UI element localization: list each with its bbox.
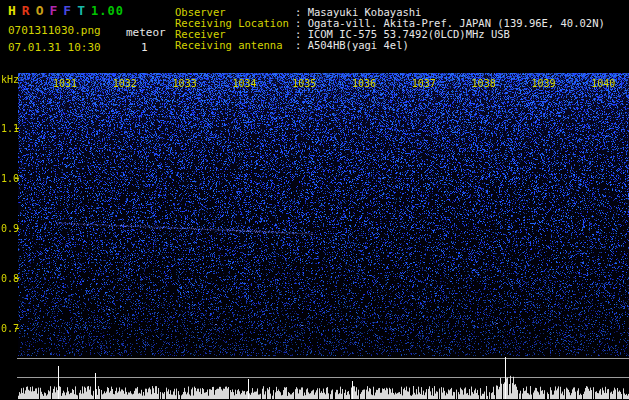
time-tick-label: 1040 [591, 78, 615, 89]
frequency-tick-label: 1.1 [1, 123, 19, 134]
info-label: Receiving antenna [175, 40, 295, 51]
station-info-block: Observer: Masayuki KobayashiReceiving Lo… [175, 7, 605, 51]
logo-letter: R [22, 3, 36, 18]
frequency-tick-label: 1.0 [1, 173, 19, 184]
info-colon: : [295, 39, 308, 51]
time-tick-label: 1038 [472, 78, 496, 89]
frequency-tick-label: 0.8 [1, 273, 19, 284]
time-tick-label: 1036 [352, 78, 376, 89]
observation-datetime: 07.01.31 10:30 [8, 41, 101, 54]
logo-letter: H [8, 3, 22, 18]
time-tick-label: 1035 [292, 78, 316, 89]
signal-level-strip-canvas [0, 356, 629, 400]
logo-letter: F [63, 3, 77, 18]
app-logo-letters: HROFFT [8, 3, 91, 18]
frequency-tick-label: 0.9 [1, 223, 19, 234]
app-logo: HROFFT1.00 [8, 3, 124, 18]
time-tick-label: 1039 [531, 78, 555, 89]
logo-letter: O [36, 3, 50, 18]
observation-mode-label: meteor [126, 26, 166, 39]
time-tick-label: 1037 [412, 78, 436, 89]
logo-letter: T [77, 3, 91, 18]
time-tick-label: 1032 [113, 78, 137, 89]
meteor-count: 1 [141, 41, 148, 54]
time-tick-label: 1031 [53, 78, 77, 89]
info-value: A504HB(yagi 4el) [308, 39, 409, 51]
app-version: 1.00 [91, 4, 124, 18]
frequency-tick-label: 0.7 [1, 323, 19, 334]
output-filename: 0701311030.png [8, 24, 101, 37]
time-axis-labels: 1031103210331034103510361037103810391040 [0, 78, 629, 90]
logo-letter: F [49, 3, 63, 18]
station-info-row: Receiving antenna: A504HB(yagi 4el) [175, 40, 605, 51]
time-tick-label: 1033 [173, 78, 197, 89]
hrofft-output-image: HROFFT1.00 0701311030.png meteor 07.01.3… [0, 0, 629, 400]
time-tick-label: 1034 [232, 78, 256, 89]
spectrogram-canvas [18, 73, 629, 356]
